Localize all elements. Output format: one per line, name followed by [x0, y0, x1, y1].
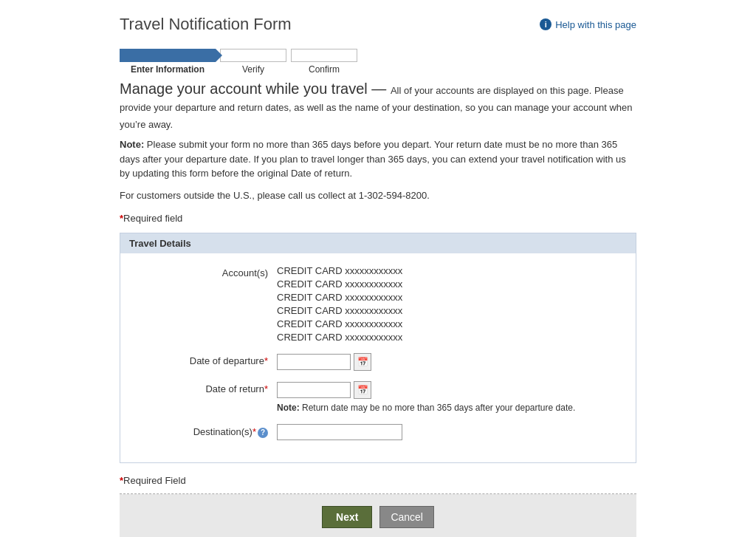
help-icon: i: [540, 18, 551, 30]
footer-bar: Next Cancel: [120, 494, 636, 537]
required-top: *Required field: [120, 213, 636, 224]
step-bar-active: [120, 49, 216, 62]
departure-calendar-button[interactable]: 📅: [354, 353, 371, 371]
destination-info-icon[interactable]: ?: [258, 428, 268, 438]
step-confirm: Confirm: [291, 49, 357, 75]
destination-label: Destination(s)*?: [129, 424, 277, 438]
step-bar-confirm: [291, 49, 357, 62]
note-label: Note:: [120, 139, 144, 150]
return-row: Date of return* 📅 Note: Return date may …: [129, 381, 627, 414]
destination-input[interactable]: [277, 424, 402, 440]
return-note-text: Return date may be no more than 365 days…: [302, 403, 575, 413]
help-link-text: Help with this page: [555, 19, 636, 30]
step-label-enter: Enter Information: [131, 64, 205, 75]
return-field-col: 📅 Note: Return date may be no more than …: [277, 381, 575, 414]
note-text: Please submit your form no more than 365…: [120, 139, 626, 179]
next-button[interactable]: Next: [322, 506, 372, 528]
account-2: CREDIT CARD xxxxxxxxxxxx: [277, 278, 402, 290]
required-bottom: *Required Field: [120, 475, 636, 486]
destination-asterisk: *: [252, 426, 256, 437]
return-note: Note: Return date may be no more than 36…: [277, 402, 575, 414]
departure-field-wrap: 📅: [277, 353, 371, 371]
required-bottom-text: Required Field: [123, 475, 186, 486]
section-header: Travel Details: [120, 233, 636, 253]
return-label: Date of return*: [129, 381, 277, 394]
return-date-input[interactable]: [277, 382, 351, 398]
departure-label: Date of departure*: [129, 353, 277, 366]
departure-calendar-icon: 📅: [357, 357, 368, 367]
return-field-wrap: 📅: [277, 381, 575, 399]
return-calendar-icon: 📅: [357, 385, 368, 395]
departure-asterisk: *: [264, 355, 268, 366]
page-header: Travel Notification Form i Help with thi…: [120, 15, 636, 34]
departure-date-input[interactable]: [277, 354, 351, 370]
travel-details-section: Travel Details Account(s) CREDIT CARD xx…: [120, 233, 636, 464]
note-block: Note: Please submit your form no more th…: [120, 137, 636, 181]
step-label-verify: Verify: [242, 64, 264, 75]
page-title: Travel Notification Form: [120, 15, 292, 34]
step-enter-information: Enter Information: [120, 49, 216, 75]
return-note-label: Note:: [277, 403, 300, 413]
account-1: CREDIT CARD xxxxxxxxxxxx: [277, 265, 402, 276]
account-4: CREDIT CARD xxxxxxxxxxxx: [277, 305, 402, 316]
accounts-label: Account(s): [129, 265, 277, 278]
accounts-list: CREDIT CARD xxxxxxxxxxxx CREDIT CARD xxx…: [277, 265, 402, 343]
account-3: CREDIT CARD xxxxxxxxxxxx: [277, 292, 402, 303]
step-verify: Verify: [220, 49, 286, 75]
return-asterisk: *: [264, 383, 268, 394]
progress-steps: Enter Information Verify Confirm: [120, 49, 636, 75]
step-bar-verify: [220, 49, 286, 62]
accounts-row: Account(s) CREDIT CARD xxxxxxxxxxxx CRED…: [129, 265, 627, 343]
step-label-confirm: Confirm: [309, 64, 340, 75]
required-top-text: Required field: [123, 213, 182, 224]
intro-heading: Manage your account while you travel — A…: [120, 81, 636, 131]
phone-note: For customers outside the U.S., please c…: [120, 190, 636, 201]
intro-heading-dash: —: [371, 81, 391, 97]
help-link[interactable]: i Help with this page: [540, 18, 636, 30]
section-body: Account(s) CREDIT CARD xxxxxxxxxxxx CRED…: [120, 253, 636, 463]
return-calendar-button[interactable]: 📅: [354, 381, 371, 399]
cancel-button[interactable]: Cancel: [379, 506, 434, 528]
destination-row: Destination(s)*?: [129, 424, 627, 440]
departure-row: Date of departure* 📅: [129, 353, 627, 371]
account-5: CREDIT CARD xxxxxxxxxxxx: [277, 318, 402, 329]
intro-heading-part1: Manage your account while you travel: [120, 81, 368, 97]
account-6: CREDIT CARD xxxxxxxxxxxx: [277, 332, 402, 343]
